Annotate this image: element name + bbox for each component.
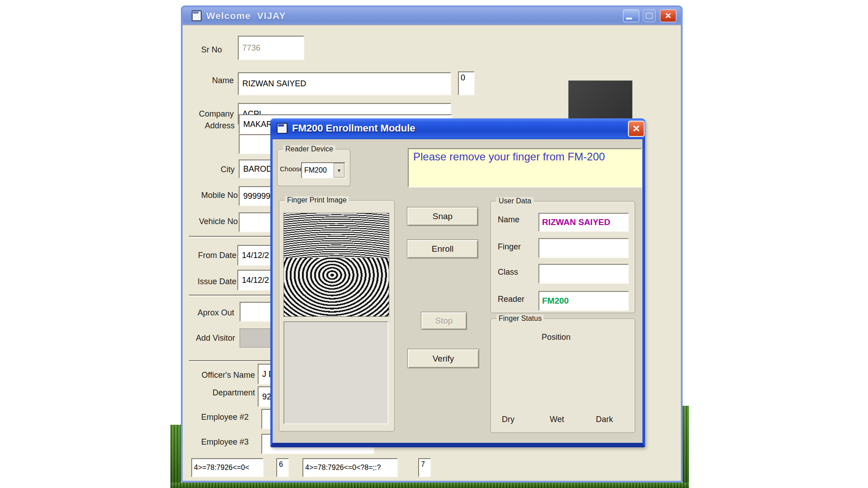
- user-data-group: User Data Name RIZWAN SAIYED Finger Clas…: [491, 201, 635, 313]
- user-name-field[interactable]: RIZWAN SAIYED: [538, 213, 629, 232]
- fingerprint-image: [283, 213, 389, 317]
- name-label: Name: [194, 76, 234, 85]
- department-label: Department: [201, 388, 255, 398]
- issue-date-value: 14/12/2: [242, 276, 269, 285]
- close-icon: ✕: [665, 11, 671, 21]
- status-field-1[interactable]: 4>=78:7926<=0<: [191, 458, 264, 477]
- wallpaper-grass-right: [683, 406, 689, 488]
- chevron-down-icon[interactable]: ▼: [334, 163, 344, 178]
- aprox-out-label: Aprox Out: [189, 308, 234, 318]
- from-date-label: From Date: [189, 251, 236, 260]
- position-label: Position: [542, 333, 571, 342]
- wet-indicator-label: Wet: [550, 415, 564, 424]
- company-label: Company: [194, 109, 234, 119]
- user-class-label: Class: [498, 267, 518, 277]
- add-visitor-label: Add Visitor: [189, 333, 235, 343]
- user-data-caption: User Data: [496, 197, 533, 205]
- user-class-field[interactable]: [538, 264, 629, 284]
- welcome-window-titlebar[interactable]: Welcome VIJAY ✕: [183, 7, 681, 24]
- close-icon: ✕: [632, 123, 641, 134]
- fingerprint-secondary-panel: [283, 321, 388, 424]
- snap-button[interactable]: Snap: [407, 207, 478, 226]
- name-field[interactable]: RIZWAN SAIYED: [238, 72, 451, 95]
- fm200-enrollment-dialog: FM200 Enrollment Module ✕ Reader Device …: [270, 118, 645, 447]
- reader-select[interactable]: FM200 ▼: [301, 162, 345, 178]
- user-reader-field[interactable]: FM200: [538, 291, 629, 311]
- dry-indicator-label: Dry: [502, 415, 514, 424]
- stop-button-label: Stop: [435, 316, 453, 326]
- user-reader-value: FM200: [542, 296, 569, 306]
- dialog-close-button[interactable]: ✕: [628, 121, 645, 137]
- screen: Welcome VIJAY ✕ Sr No 7736 Name RIZWAN S…: [0, 0, 868, 488]
- finger-status-caption: Finger Status: [496, 314, 544, 323]
- instruction-message: Please remove your finger from FM-200: [413, 150, 605, 163]
- vehicle-no-label: Vehicle No: [188, 217, 238, 226]
- verify-button-label: Verify: [433, 354, 454, 364]
- status-value-2: 6: [279, 460, 283, 469]
- user-name-label: Name: [498, 215, 519, 225]
- sr-no-label: Sr No: [194, 45, 222, 55]
- employee3-label: Employee #3: [191, 437, 249, 447]
- dark-indicator-label: Dark: [596, 415, 613, 424]
- reader-select-value: FM200: [302, 163, 334, 178]
- snap-button-label: Snap: [433, 211, 453, 221]
- enroll-button-label: Enroll: [432, 244, 454, 254]
- user-reader-label: Reader: [498, 295, 524, 304]
- form-icon: [192, 10, 202, 21]
- instruction-message-box: Please remove your finger from FM-200: [408, 148, 642, 188]
- status-value-4: 7: [421, 460, 425, 469]
- dialog-body: Reader Device Choose FM200 ▼ Please remo…: [273, 139, 642, 443]
- choose-label: Choose: [280, 165, 303, 173]
- officers-name-label: Officer's Name: [192, 371, 255, 380]
- reader-device-group: Reader Device Choose FM200 ▼: [277, 149, 350, 186]
- fingerprint-caption: Finger Print Image: [285, 196, 349, 204]
- dialog-titlebar[interactable]: FM200 Enrollment Module ✕: [270, 118, 645, 139]
- wallpaper-grass-bottom: [170, 483, 689, 488]
- user-name-value: RIZWAN SAIYED: [542, 217, 610, 227]
- minimize-icon: [626, 18, 632, 19]
- status-value-3: 4>=78:7926<=0<?8=;:?: [305, 464, 381, 472]
- sr-no-field[interactable]: 7736: [238, 36, 304, 60]
- close-button[interactable]: ✕: [660, 9, 676, 22]
- maximize-button[interactable]: [643, 9, 656, 22]
- status-value-1: 4>=78:7926<=0<: [194, 464, 249, 472]
- dialog-form-icon: [277, 123, 288, 134]
- fingerprint-group: Finger Print Image: [279, 200, 395, 432]
- city-label: City: [194, 165, 235, 174]
- sr-no-value: 7736: [242, 43, 260, 53]
- name-value: RIZWAN SAIYED: [242, 79, 306, 89]
- minimize-button[interactable]: [623, 9, 639, 22]
- employee2-label: Employee #2: [191, 413, 249, 422]
- verify-button[interactable]: Verify: [407, 349, 479, 368]
- address-label: Address: [194, 121, 235, 131]
- issue-date-label: Issue Date: [189, 277, 236, 286]
- maximize-icon: [646, 13, 653, 19]
- finger-status-group: Finger Status Position Dry Wet Dark: [491, 319, 635, 433]
- stop-button[interactable]: Stop: [421, 312, 467, 330]
- user-finger-field[interactable]: [538, 238, 629, 258]
- name-count-value: 0: [461, 73, 465, 83]
- user-finger-label: Finger: [498, 242, 521, 252]
- enroll-button[interactable]: Enroll: [407, 239, 478, 258]
- mobile-no-label: Mobile No: [188, 191, 238, 200]
- name-count-field[interactable]: 0: [458, 71, 475, 95]
- dialog-title: FM200 Enrollment Module: [292, 122, 415, 134]
- window-title: Welcome VIJAY: [206, 10, 286, 21]
- from-date-value: 14/12/2: [242, 251, 269, 260]
- status-field-2[interactable]: 6: [276, 458, 289, 477]
- reader-device-caption: Reader Device: [283, 145, 335, 153]
- status-field-4[interactable]: 7: [418, 458, 431, 477]
- status-field-3[interactable]: 4>=78:7926<=0<?8=;:?: [302, 458, 398, 477]
- wallpaper-grass-left: [170, 425, 181, 488]
